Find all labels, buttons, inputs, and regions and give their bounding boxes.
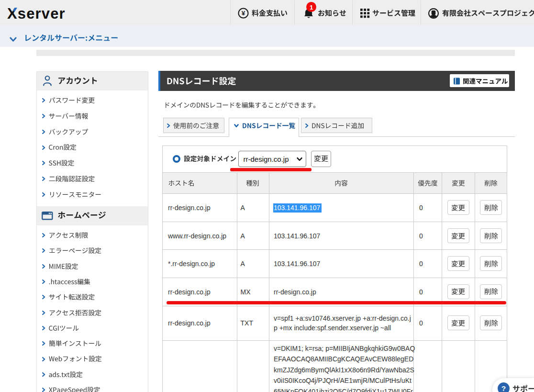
svg-text:¥: ¥ bbox=[242, 10, 245, 17]
svg-text:1: 1 bbox=[310, 3, 313, 11]
svg-text:?: ? bbox=[501, 384, 505, 392]
